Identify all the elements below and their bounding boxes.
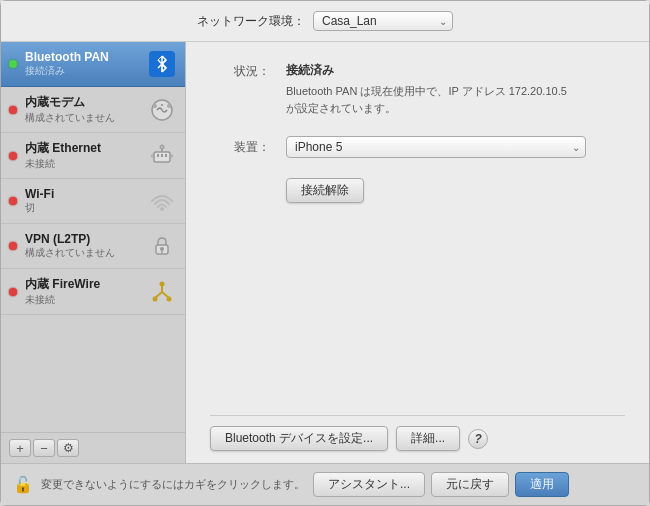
status-value: 接続済み	[286, 62, 625, 79]
svg-point-18	[153, 296, 158, 301]
right-panel: 状況： 接続済み Bluetooth PAN は現在使用中で、IP アドレス 1…	[186, 42, 649, 463]
svg-point-17	[160, 281, 165, 286]
interface-gear-button[interactable]: ⚙	[57, 439, 79, 457]
status-dot-ethernet	[9, 152, 17, 160]
status-description: Bluetooth PAN は現在使用中で、IP アドレス 172.20.10.…	[286, 83, 625, 116]
sidebar-item-bluetooth-pan-sub: 接続済み	[25, 64, 139, 78]
sidebar-item-ethernet[interactable]: 内蔵 Ethernet 未接続	[1, 133, 185, 179]
svg-rect-6	[161, 154, 163, 157]
svg-point-12	[160, 247, 164, 251]
network-preferences-window: ネットワーク環境： Casa_Lan 自動 ⌄ Bluetooth PAN 接続…	[0, 0, 650, 506]
assistant-button[interactable]: アシスタント...	[313, 472, 425, 497]
status-field-label: 状況：	[210, 62, 270, 116]
modem-icon	[147, 95, 177, 125]
sidebar-item-ethernet-name: 内蔵 Ethernet	[25, 140, 139, 157]
bottom-right-buttons: アシスタント... 元に戻す 適用	[313, 472, 569, 497]
lock-label: 変更できないようにするにはカギをクリックします。	[41, 477, 305, 492]
device-field-label: 装置：	[210, 139, 270, 156]
details-button[interactable]: 詳細...	[396, 426, 460, 451]
status-dot-modem	[9, 106, 17, 114]
sidebar-item-modem-name: 内蔵モデム	[25, 94, 139, 111]
wifi-icon	[147, 186, 177, 216]
sidebar-item-wifi-sub: 切	[25, 201, 139, 215]
device-section: 装置： iPhone 5 ⌄	[210, 136, 625, 158]
sidebar-item-firewire-sub: 未接続	[25, 293, 139, 307]
sidebar-item-firewire-name: 内蔵 FireWire	[25, 276, 139, 293]
status-dot-firewire	[9, 288, 17, 296]
sidebar-item-ethernet-sub: 未接続	[25, 157, 139, 171]
sidebar-item-vpn-name: VPN (L2TP)	[25, 232, 139, 246]
status-dot-wifi	[9, 197, 17, 205]
vpn-icon	[147, 231, 177, 261]
bluetooth-icon	[147, 49, 177, 79]
device-select[interactable]: iPhone 5	[286, 136, 586, 158]
revert-button[interactable]: 元に戻す	[431, 472, 509, 497]
apply-button[interactable]: 適用	[515, 472, 569, 497]
status-section: 状況： 接続済み Bluetooth PAN は現在使用中で、IP アドレス 1…	[210, 62, 625, 116]
lock-icon[interactable]: 🔓	[13, 475, 33, 494]
sidebar-item-modem-sub: 構成されていません	[25, 111, 139, 125]
sidebar-controls: + − ⚙	[1, 432, 185, 463]
network-env-select[interactable]: Casa_Lan 自動	[313, 11, 453, 31]
sidebar-item-wifi-name: Wi-Fi	[25, 187, 139, 201]
main-content: Bluetooth PAN 接続済み	[1, 42, 649, 463]
right-panel-bottom-actions: Bluetooth デバイスを設定... 詳細... ?	[210, 415, 625, 451]
network-env-select-wrapper[interactable]: Casa_Lan 自動 ⌄	[313, 11, 453, 31]
device-select-wrapper[interactable]: iPhone 5 ⌄	[286, 136, 586, 158]
svg-point-19	[167, 296, 172, 301]
sidebar-item-vpn-sub: 構成されていません	[25, 246, 139, 260]
disconnect-button[interactable]: 接続解除	[286, 178, 364, 203]
status-dot-vpn	[9, 242, 17, 250]
sidebar-item-bluetooth-pan[interactable]: Bluetooth PAN 接続済み	[1, 42, 185, 87]
bottom-bar: 🔓 変更できないようにするにはカギをクリックします。 アシスタント... 元に戻…	[1, 463, 649, 505]
sidebar: Bluetooth PAN 接続済み	[1, 42, 186, 463]
bluetooth-setup-button[interactable]: Bluetooth デバイスを設定...	[210, 426, 388, 451]
firewire-icon	[147, 277, 177, 307]
add-interface-button[interactable]: +	[9, 439, 31, 457]
top-bar: ネットワーク環境： Casa_Lan 自動 ⌄	[1, 1, 649, 42]
svg-rect-5	[157, 154, 159, 157]
svg-point-3	[167, 104, 171, 108]
sidebar-item-firewire[interactable]: 内蔵 FireWire 未接続	[1, 269, 185, 315]
status-dot-bluetooth-pan	[9, 60, 17, 68]
sidebar-item-modem[interactable]: 内蔵モデム 構成されていません	[1, 87, 185, 133]
sidebar-item-wifi[interactable]: Wi-Fi 切	[1, 179, 185, 224]
remove-interface-button[interactable]: −	[33, 439, 55, 457]
svg-rect-7	[165, 154, 167, 157]
disconnect-section: 接続解除	[286, 178, 625, 203]
svg-point-2	[153, 104, 157, 108]
sidebar-item-bluetooth-pan-name: Bluetooth PAN	[25, 50, 139, 64]
network-env-label: ネットワーク環境：	[197, 13, 305, 30]
sidebar-item-vpn[interactable]: VPN (L2TP) 構成されていません	[1, 224, 185, 269]
help-button[interactable]: ?	[468, 429, 488, 449]
ethernet-icon	[147, 141, 177, 171]
svg-point-10	[160, 207, 164, 211]
svg-point-9	[160, 145, 164, 149]
